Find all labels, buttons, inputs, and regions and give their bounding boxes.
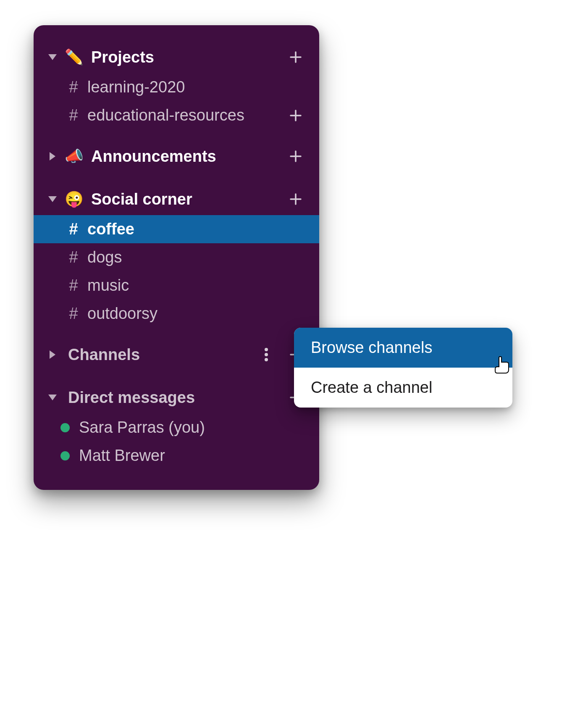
channel-item[interactable]: # learning-2020 [34, 73, 319, 101]
dm-name: Sara Parras (you) [79, 418, 205, 437]
zany-face-icon [65, 192, 84, 207]
add-button[interactable] [286, 106, 305, 125]
caret-right-icon [48, 350, 57, 359]
channel-name: music [87, 276, 129, 295]
svg-point-13 [265, 353, 268, 356]
hash-icon: # [67, 220, 80, 238]
hash-icon: # [67, 248, 80, 266]
svg-marker-17 [48, 395, 57, 400]
browse-channels-menu-item[interactable]: Browse channels [294, 328, 512, 368]
menu-item-label: Browse channels [311, 339, 432, 356]
section-header-dms[interactable]: Direct messages [34, 381, 319, 413]
caret-down-icon [48, 393, 57, 402]
presence-active-icon [60, 451, 70, 460]
dm-item[interactable]: Matt Brewer [34, 442, 319, 470]
create-channel-menu-item[interactable]: Create a channel [294, 368, 512, 408]
channel-item[interactable]: # music [34, 271, 319, 300]
menu-item-label: Create a channel [311, 379, 432, 396]
channel-item[interactable]: # dogs [34, 243, 319, 271]
channel-item[interactable]: # outdoorsy [34, 300, 319, 328]
svg-marker-5 [50, 152, 55, 160]
sidebar: Projects # learning-2020 # educational-r… [34, 25, 319, 490]
channel-name: outdoorsy [87, 305, 158, 323]
hash-icon: # [67, 78, 80, 96]
section-label: Announcements [91, 147, 276, 166]
svg-point-14 [265, 358, 268, 361]
hash-icon: # [67, 276, 80, 295]
dm-item[interactable]: Sara Parras (you) [34, 413, 319, 442]
section-header-social[interactable]: Social corner [34, 183, 319, 215]
section-header-announcements[interactable]: Announcements [34, 140, 319, 172]
svg-marker-8 [48, 196, 57, 202]
channel-item[interactable]: # educational-resources [34, 101, 319, 129]
section-label: Direct messages [68, 389, 276, 407]
section-label: Channels [68, 346, 246, 364]
channel-name: educational-resources [87, 106, 305, 124]
channel-name: coffee [87, 220, 134, 238]
add-button[interactable] [286, 147, 305, 166]
caret-right-icon [48, 152, 57, 161]
add-button[interactable] [286, 48, 305, 66]
more-options-button[interactable] [257, 345, 276, 364]
dm-name: Matt Brewer [79, 447, 165, 465]
svg-point-12 [265, 348, 268, 351]
channel-name: dogs [87, 248, 122, 266]
channel-item[interactable]: # coffee [34, 215, 319, 243]
pencil-icon [65, 50, 84, 65]
hash-icon: # [67, 106, 80, 124]
section-label: Projects [91, 48, 276, 66]
add-button[interactable] [286, 190, 305, 208]
svg-marker-11 [50, 350, 55, 359]
svg-marker-0 [48, 54, 57, 60]
section-header-channels[interactable]: Channels [34, 339, 319, 371]
section-header-projects[interactable]: Projects [34, 41, 319, 73]
hash-icon: # [67, 305, 80, 323]
caret-down-icon [48, 195, 57, 204]
megaphone-icon [65, 149, 84, 164]
caret-down-icon [48, 53, 57, 62]
channel-name: learning-2020 [87, 78, 185, 96]
presence-active-icon [60, 423, 70, 432]
channel-options-popover: Browse channels Create a channel [294, 328, 512, 408]
section-label: Social corner [91, 190, 276, 208]
